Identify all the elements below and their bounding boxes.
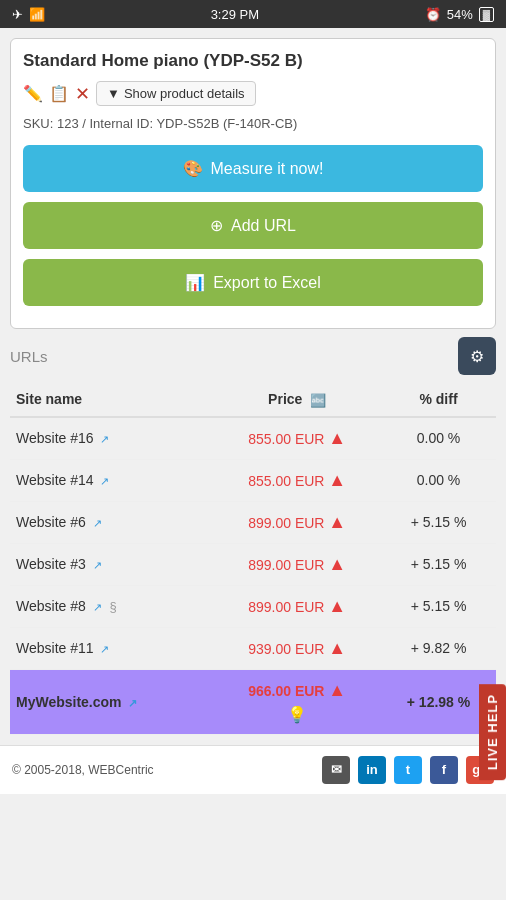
external-link-icon[interactable]: ↗: [100, 475, 109, 487]
export-label: Export to Excel: [213, 274, 321, 292]
add-url-button[interactable]: ⊕ Add URL: [23, 202, 483, 249]
diff-cell: 0.00 %: [381, 459, 496, 501]
site-name-cell: Website #11 ↗: [10, 627, 213, 669]
external-link-icon[interactable]: ↗: [100, 433, 109, 445]
battery-text: 54%: [447, 7, 473, 22]
table-row: Website #8 ↗ §899.00 EUR ▲+ 5.15 %: [10, 585, 496, 627]
price-cell: 899.00 EUR ▲: [213, 543, 381, 585]
price-table: Site name Price 🔤 % diff Website #16 ↗85…: [10, 383, 496, 735]
trend-up-icon: ▲: [328, 428, 346, 448]
urls-label: URLs: [10, 348, 48, 365]
price-value: 939.00 EUR: [248, 641, 324, 657]
external-link-icon[interactable]: ↗: [93, 559, 102, 571]
measure-label: Measure it now!: [211, 160, 324, 178]
status-left: ✈ 📶: [12, 7, 45, 22]
trend-up-icon: ▲: [328, 512, 346, 532]
linkedin-icon[interactable]: in: [358, 756, 386, 784]
price-value: 966.00 EUR: [248, 683, 324, 699]
table-row: Website #3 ↗899.00 EUR ▲+ 5.15 %: [10, 543, 496, 585]
table-header-row: Site name Price 🔤 % diff: [10, 383, 496, 417]
site-name-cell: Website #16 ↗: [10, 417, 213, 460]
action-icons-row: ✏️ 📋 ✕ ▼ Show product details: [23, 81, 483, 106]
lightbulb-icon: 💡: [219, 705, 375, 724]
export-icon: 📊: [185, 273, 205, 292]
diff-cell: 0.00 %: [381, 417, 496, 460]
copyright: © 2005-2018, WEBCentric: [12, 763, 154, 777]
site-name-cell: Website #3 ↗: [10, 543, 213, 585]
show-details-button[interactable]: ▼ Show product details: [96, 81, 256, 106]
add-url-label: Add URL: [231, 217, 296, 235]
urls-section: URLs ⚙ Site name Price 🔤 % diff Website …: [10, 329, 496, 735]
price-value: 899.00 EUR: [248, 515, 324, 531]
price-cell: 939.00 EUR ▲: [213, 627, 381, 669]
table-row: Website #16 ↗855.00 EUR ▲0.00 %: [10, 417, 496, 460]
copy-icon[interactable]: 📋: [49, 84, 69, 103]
site-name-cell: Website #14 ↗: [10, 459, 213, 501]
price-header: Price 🔤: [213, 383, 381, 417]
price-value: 855.00 EUR: [248, 473, 324, 489]
export-button[interactable]: 📊 Export to Excel: [23, 259, 483, 306]
battery-icon: ▓: [479, 7, 494, 22]
diff-cell: + 5.15 %: [381, 501, 496, 543]
site-name-header: Site name: [10, 383, 213, 417]
plus-circle-icon: ⊕: [210, 216, 223, 235]
trend-up-icon: ▲: [328, 680, 346, 700]
footer: © 2005-2018, WEBCentric ✉ in t f g+: [0, 745, 506, 794]
trend-up-icon: ▲: [328, 596, 346, 616]
airplane-icon: ✈: [12, 7, 23, 22]
site-name-cell: Website #8 ↗ §: [10, 585, 213, 627]
price-cell: 899.00 EUR ▲: [213, 585, 381, 627]
external-link-icon[interactable]: ↗: [128, 697, 137, 709]
table-row: Website #11 ↗939.00 EUR ▲+ 9.82 %: [10, 627, 496, 669]
price-value: 899.00 EUR: [248, 599, 324, 615]
trend-up-icon: ▲: [328, 470, 346, 490]
alarm-icon: ⏰: [425, 7, 441, 22]
price-cell: 966.00 EUR ▲💡: [213, 669, 381, 734]
trend-up-icon: ▲: [328, 554, 346, 574]
external-link-icon[interactable]: ↗: [93, 601, 102, 613]
diff-header: % diff: [381, 383, 496, 417]
edit-icon[interactable]: ✏️: [23, 84, 43, 103]
gear-icon: ⚙: [470, 347, 484, 366]
price-cell: 855.00 EUR ▲: [213, 417, 381, 460]
table-row: MyWebsite.com ↗966.00 EUR ▲💡+ 12.98 %: [10, 669, 496, 734]
trend-up-icon: ▲: [328, 638, 346, 658]
twitter-icon[interactable]: t: [394, 756, 422, 784]
diff-cell: + 5.15 %: [381, 543, 496, 585]
live-help-button[interactable]: LIVE HELP: [479, 684, 506, 780]
product-card: Standard Home piano (YDP-S52 B) ✏️ 📋 ✕ ▼…: [10, 38, 496, 329]
measure-icon: 🎨: [183, 159, 203, 178]
facebook-icon[interactable]: f: [430, 756, 458, 784]
footer-icons: ✉ in t f g+: [322, 756, 494, 784]
show-details-label: Show product details: [124, 86, 245, 101]
price-cell: 899.00 EUR ▲: [213, 501, 381, 543]
price-value: 899.00 EUR: [248, 557, 324, 573]
external-link-icon[interactable]: ↗: [100, 643, 109, 655]
special-icon: §: [110, 599, 117, 614]
price-cell: 855.00 EUR ▲: [213, 459, 381, 501]
diff-cell: + 5.15 %: [381, 585, 496, 627]
measure-button[interactable]: 🎨 Measure it now!: [23, 145, 483, 192]
price-value: 855.00 EUR: [248, 431, 324, 447]
site-name-cell: Website #6 ↗: [10, 501, 213, 543]
urls-header: URLs ⚙: [10, 329, 496, 383]
chevron-down-icon: ▼: [107, 86, 120, 101]
external-link-icon[interactable]: ↗: [93, 517, 102, 529]
sort-icon[interactable]: 🔤: [310, 393, 326, 408]
settings-button[interactable]: ⚙: [458, 337, 496, 375]
table-row: Website #14 ↗855.00 EUR ▲0.00 %: [10, 459, 496, 501]
status-right: ⏰ 54% ▓: [425, 7, 494, 22]
wifi-icon: 📶: [29, 7, 45, 22]
site-name-cell: MyWebsite.com ↗: [10, 669, 213, 734]
status-bar: ✈ 📶 3:29 PM ⏰ 54% ▓: [0, 0, 506, 28]
sku-info: SKU: 123 / Internal ID: YDP-S52B (F-140R…: [23, 116, 483, 131]
table-row: Website #6 ↗899.00 EUR ▲+ 5.15 %: [10, 501, 496, 543]
email-icon[interactable]: ✉: [322, 756, 350, 784]
diff-cell: + 9.82 %: [381, 627, 496, 669]
status-time: 3:29 PM: [211, 7, 259, 22]
product-title: Standard Home piano (YDP-S52 B): [23, 51, 483, 71]
delete-icon[interactable]: ✕: [75, 83, 90, 105]
